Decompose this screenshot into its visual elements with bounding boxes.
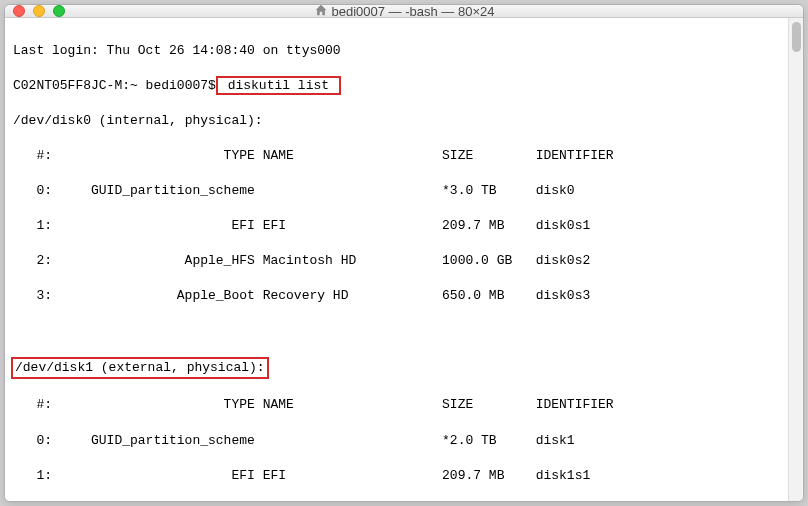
col-header-size: SIZE [442, 147, 536, 165]
col-header-idx: #: [13, 396, 68, 414]
window-title-text: bedi0007 — -bash — 80×24 [332, 4, 495, 19]
highlighted-command: diskutil list [216, 76, 341, 95]
col-header-type: TYPE [68, 396, 263, 414]
terminal-area: Last login: Thu Oct 26 14:08:40 on ttys0… [5, 18, 803, 502]
blank-line [13, 322, 780, 340]
col-header-ident: IDENTIFIER [536, 396, 614, 414]
scrollbar[interactable] [788, 18, 803, 502]
col-header-size: SIZE [442, 396, 536, 414]
table-row: 2:Apple_HFSMacintosh HD1000.0 GBdisk0s2 [13, 252, 780, 270]
titlebar: bedi0007 — -bash — 80×24 [5, 5, 803, 18]
table-row: 1:EFIEFI209.7 MBdisk1s1 [13, 467, 780, 485]
col-header-idx: #: [13, 147, 68, 165]
last-login-line: Last login: Thu Oct 26 14:08:40 on ttys0… [13, 42, 780, 60]
traffic-lights [13, 5, 65, 17]
disk1-header-highlight: /dev/disk1 (external, physical): [13, 357, 780, 379]
maximize-icon[interactable] [53, 5, 65, 17]
close-icon[interactable] [13, 5, 25, 17]
col-header-type: TYPE [68, 147, 263, 165]
terminal-body[interactable]: Last login: Thu Oct 26 14:08:40 on ttys0… [5, 18, 788, 502]
table-row: 1:EFIEFI209.7 MBdisk0s1 [13, 217, 780, 235]
disk0-columns: #:TYPENAMESIZEIDENTIFIER [13, 147, 780, 165]
col-header-ident: IDENTIFIER [536, 147, 614, 165]
col-header-name: NAME [263, 396, 442, 414]
home-icon [314, 4, 328, 20]
disk1-columns: #:TYPENAMESIZEIDENTIFIER [13, 396, 780, 414]
minimize-icon[interactable] [33, 5, 45, 17]
table-row: 3:Apple_BootRecovery HD650.0 MBdisk0s3 [13, 287, 780, 305]
table-row: 0:GUID_partition_scheme*2.0 TBdisk1 [13, 432, 780, 450]
terminal-window: bedi0007 — -bash — 80×24 Last login: Thu… [4, 4, 804, 502]
prompt-text: C02NT05FF8JC-M:~ bedi0007$ [13, 78, 216, 93]
highlighted-disk1-header: /dev/disk1 (external, physical): [11, 357, 269, 379]
command-line: C02NT05FF8JC-M:~ bedi0007$ diskutil list [13, 77, 780, 95]
col-header-name: NAME [263, 147, 442, 165]
window-title: bedi0007 — -bash — 80×24 [5, 4, 803, 20]
scroll-thumb[interactable] [792, 22, 801, 52]
disk0-header: /dev/disk0 (internal, physical): [13, 112, 780, 130]
table-row: 0:GUID_partition_scheme*3.0 TBdisk0 [13, 182, 780, 200]
